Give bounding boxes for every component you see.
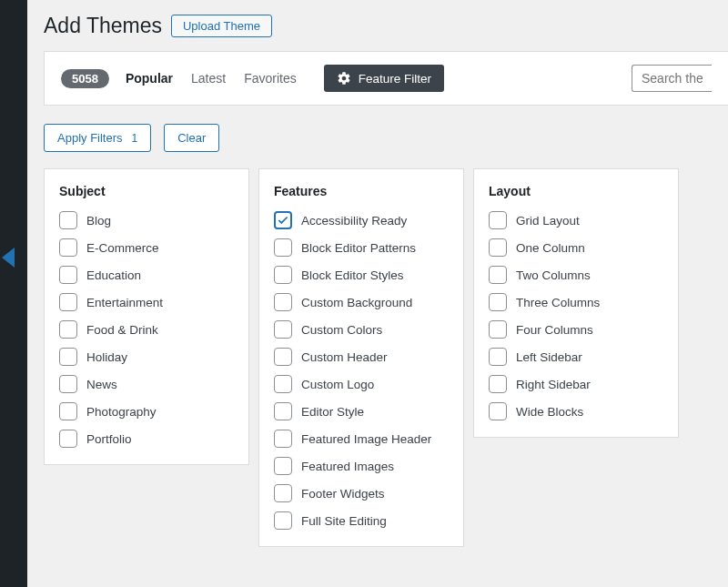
checkbox-icon[interactable] [59, 320, 77, 339]
checkbox-icon[interactable] [274, 511, 292, 530]
checkbox-icon[interactable] [489, 348, 507, 366]
apply-filters-count: 1 [132, 132, 138, 145]
filter-option[interactable]: Education [59, 266, 234, 284]
filter-option-label: Custom Colors [301, 323, 382, 337]
filter-option[interactable]: Entertainment [59, 293, 234, 311]
filter-option-label: Left Sidebar [516, 350, 582, 364]
checkbox-icon[interactable] [274, 266, 292, 284]
filter-option[interactable]: Block Editor Patterns [274, 238, 449, 257]
tab-favorites[interactable]: Favorites [244, 71, 297, 86]
filter-option-label: Education [86, 268, 141, 282]
checkbox-icon[interactable] [274, 457, 292, 475]
filter-option-label: Footer Widgets [301, 487, 385, 501]
filter-option[interactable]: Custom Background [274, 293, 449, 311]
filter-option[interactable]: E-Commerce [59, 238, 234, 257]
checkbox-icon[interactable] [59, 293, 77, 311]
main-content: Add Themes Upload Theme 5058 Popular Lat… [27, 0, 728, 587]
feature-filter-label: Feature Filter [359, 72, 431, 86]
checkbox-icon[interactable] [274, 375, 292, 393]
filter-option-label: Featured Image Header [301, 432, 431, 446]
checkbox-icon[interactable] [489, 211, 507, 229]
clear-button[interactable]: Clear [164, 124, 219, 152]
page-title: Add Themes [44, 14, 162, 38]
collapse-menu-icon[interactable] [2, 248, 15, 268]
filter-option-label: Custom Logo [301, 378, 374, 391]
checkbox-icon[interactable] [274, 402, 292, 420]
checkbox-icon[interactable] [59, 266, 77, 284]
filter-option[interactable]: Custom Logo [274, 375, 449, 393]
search-input[interactable] [632, 65, 712, 92]
filter-bar: 5058 Popular Latest Favorites Feature Fi… [44, 51, 728, 106]
checkbox-icon[interactable] [274, 211, 292, 229]
filter-option[interactable]: Footer Widgets [274, 484, 449, 502]
filter-option-label: Featured Images [301, 460, 394, 473]
filter-option-label: Holiday [86, 350, 127, 364]
filter-option-label: Full Site Editing [301, 514, 387, 528]
filter-option-label: Custom Background [301, 296, 412, 309]
filter-option[interactable]: Three Columns [489, 293, 663, 311]
feature-filter-button[interactable]: Feature Filter [324, 65, 444, 92]
checkbox-icon[interactable] [274, 238, 292, 257]
filter-option-label: Food & Drink [86, 323, 158, 337]
filter-option-label: Custom Header [301, 350, 388, 364]
filter-option[interactable]: Two Columns [489, 266, 663, 284]
upload-theme-button[interactable]: Upload Theme [171, 15, 272, 37]
checkbox-icon[interactable] [274, 293, 292, 311]
filter-option-label: Blog [86, 214, 111, 228]
checkbox-icon[interactable] [489, 266, 507, 284]
checkbox-icon[interactable] [59, 238, 77, 257]
filter-option[interactable]: Full Site Editing [274, 511, 449, 530]
checkbox-icon[interactable] [59, 402, 77, 420]
checkbox-icon[interactable] [489, 402, 507, 420]
filter-panel: Apply Filters 1 Clear Subject BlogE-Comm… [44, 124, 728, 547]
filter-option[interactable]: Editor Style [274, 402, 449, 420]
filter-option[interactable]: Featured Images [274, 457, 449, 475]
filter-option[interactable]: Custom Colors [274, 320, 449, 339]
filter-option[interactable]: Wide Blocks [489, 402, 663, 420]
apply-filters-button[interactable]: Apply Filters 1 [44, 124, 151, 152]
checkbox-icon[interactable] [274, 320, 292, 339]
checkbox-icon[interactable] [274, 484, 292, 502]
filter-option[interactable]: Right Sidebar [489, 375, 663, 393]
filter-option-label: News [86, 378, 117, 391]
filter-option[interactable]: Food & Drink [59, 320, 234, 339]
checkbox-icon[interactable] [59, 375, 77, 393]
tab-latest[interactable]: Latest [191, 71, 226, 86]
filter-option[interactable]: Blog [59, 211, 234, 229]
filter-option[interactable]: Accessibility Ready [274, 211, 449, 229]
filter-option-label: Wide Blocks [516, 405, 583, 419]
filter-option[interactable]: News [59, 375, 234, 393]
filter-option[interactable]: Block Editor Styles [274, 266, 449, 284]
checkbox-icon[interactable] [489, 293, 507, 311]
filter-option-label: Block Editor Patterns [301, 241, 416, 255]
filter-option[interactable]: Holiday [59, 348, 234, 366]
filter-option-label: Four Columns [516, 323, 593, 337]
filter-option[interactable]: Photography [59, 402, 234, 420]
checkbox-icon[interactable] [59, 211, 77, 229]
checkbox-icon[interactable] [59, 348, 77, 366]
filter-card-subject: Subject BlogE-CommerceEducationEntertain… [44, 168, 249, 465]
filter-option-label: E-Commerce [86, 241, 159, 255]
checkbox-icon[interactable] [489, 238, 507, 257]
checkbox-icon[interactable] [59, 430, 77, 448]
filter-option-label: Editor Style [301, 405, 364, 419]
filter-option[interactable]: Featured Image Header [274, 430, 449, 448]
filter-option[interactable]: Portfolio [59, 430, 234, 448]
filter-option-label: One Column [516, 241, 585, 255]
filter-card-features: Features Accessibility ReadyBlock Editor… [258, 168, 464, 547]
checkbox-icon[interactable] [489, 320, 507, 339]
filter-option[interactable]: Four Columns [489, 320, 663, 339]
checkbox-icon[interactable] [274, 348, 292, 366]
filter-option-label: Right Sidebar [516, 378, 591, 391]
filter-option[interactable]: One Column [489, 238, 663, 257]
filter-option-label: Three Columns [516, 296, 600, 309]
filter-option[interactable]: Custom Header [274, 348, 449, 366]
filter-option[interactable]: Left Sidebar [489, 348, 663, 366]
tab-popular[interactable]: Popular [126, 71, 173, 86]
filter-option[interactable]: Grid Layout [489, 211, 663, 229]
filter-option-label: Portfolio [86, 432, 132, 446]
theme-count-pill: 5058 [61, 69, 109, 88]
filter-option-label: Block Editor Styles [301, 268, 404, 282]
checkbox-icon[interactable] [489, 375, 507, 393]
checkbox-icon[interactable] [274, 430, 292, 448]
